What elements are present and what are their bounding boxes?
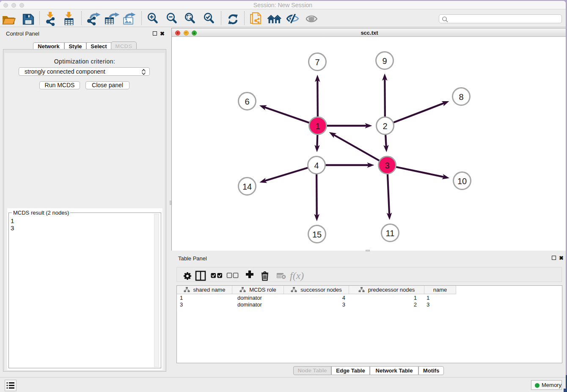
svg-text:11: 11 [386,229,395,238]
svg-text:10: 10 [457,177,467,186]
svg-text:3: 3 [385,161,389,170]
svg-text:6: 6 [245,97,249,106]
svg-text:2: 2 [383,121,387,131]
svg-text:14: 14 [242,182,252,191]
svg-text:4: 4 [314,161,319,170]
svg-text:1: 1 [315,121,320,131]
svg-text:15: 15 [312,230,322,239]
svg-text:f(x): f(x) [290,270,304,281]
svg-text:9: 9 [382,56,387,66]
svg-text:8: 8 [459,92,463,102]
svg-text:7: 7 [315,58,319,67]
